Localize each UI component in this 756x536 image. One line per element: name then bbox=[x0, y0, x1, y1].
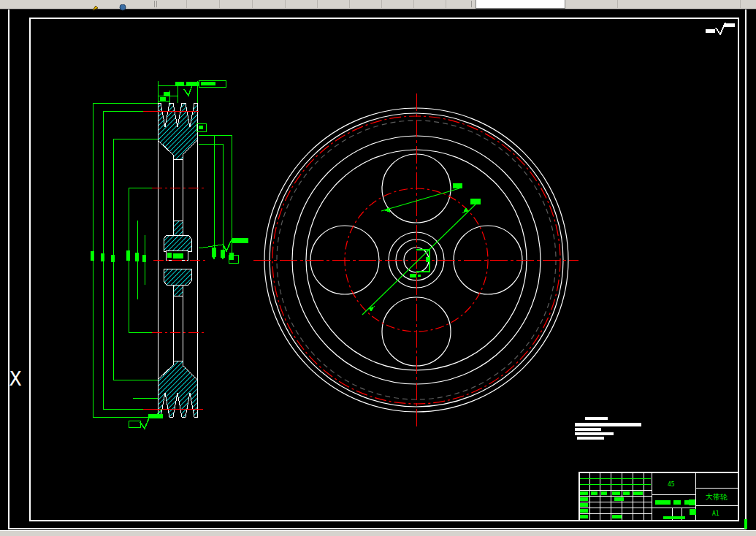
toolbar-combobox[interactable] bbox=[476, 0, 565, 9]
toolbar-button[interactable] bbox=[186, 0, 187, 8]
material-text: 45 bbox=[668, 481, 675, 488]
toolbar-separator bbox=[156, 1, 157, 7]
web-section-top bbox=[173, 221, 183, 235]
toolbar-button[interactable] bbox=[349, 0, 350, 8]
edit-pencil-icon[interactable] bbox=[92, 0, 99, 7]
toolbar-button[interactable] bbox=[285, 0, 286, 8]
toolbar bbox=[0, 0, 756, 9]
sheet-size-text: A1 bbox=[712, 510, 719, 517]
part-name-text: 大带轮 bbox=[706, 493, 728, 501]
toolbar-button[interactable] bbox=[219, 0, 220, 8]
help-globe-icon[interactable] bbox=[119, 0, 126, 7]
green-tick bbox=[744, 519, 747, 529]
hub-section-bottom bbox=[164, 269, 191, 285]
hub-section-top bbox=[164, 235, 191, 251]
toolbar-button[interactable] bbox=[252, 0, 253, 8]
keyway-dim-text bbox=[167, 253, 172, 258]
toolbar-separator bbox=[471, 1, 472, 7]
toolbar-button[interactable] bbox=[446, 0, 446, 8]
toolbar-separator bbox=[154, 1, 155, 7]
keyway-dim-text bbox=[173, 253, 183, 259]
toolbar-button[interactable] bbox=[413, 0, 414, 8]
status-strip bbox=[0, 530, 756, 536]
toolbar-button[interactable] bbox=[381, 0, 382, 8]
drawing-canvas[interactable]: X bbox=[0, 0, 756, 536]
web-section-bottom bbox=[173, 285, 183, 296]
toolbar-button[interactable] bbox=[317, 0, 318, 8]
title-block[interactable]: 45 大带轮 A1 bbox=[579, 472, 738, 521]
toolbar-button[interactable] bbox=[740, 0, 741, 8]
ucs-x-marker: X bbox=[9, 367, 21, 390]
toolbar-button[interactable] bbox=[617, 0, 618, 8]
